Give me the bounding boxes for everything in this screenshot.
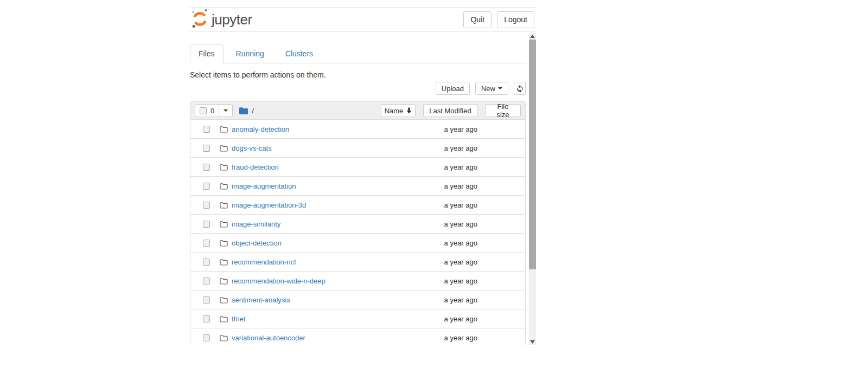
tab-clusters[interactable]: Clusters	[277, 44, 322, 63]
refresh-icon	[516, 85, 524, 93]
quit-button[interactable]: Quit	[463, 11, 492, 28]
folder-link[interactable]: object-detection	[232, 239, 282, 247]
last-modified-value: a year ago	[444, 239, 477, 247]
last-modified-value: a year ago	[444, 125, 477, 133]
breadcrumb: /	[239, 107, 254, 115]
folder-link[interactable]: dogs-vs-cats	[232, 144, 272, 152]
selected-count: 0	[210, 107, 214, 115]
table-row: fraud-detection a year ago	[190, 158, 525, 177]
row-checkbox[interactable]	[203, 277, 210, 285]
row-checkbox[interactable]	[203, 334, 210, 341]
row-checkbox[interactable]	[203, 240, 210, 247]
folder-link[interactable]: image-augmentation	[232, 182, 296, 190]
table-row: image-similarity a year ago	[190, 215, 525, 234]
jupyter-logo-icon	[191, 8, 209, 31]
instructions-text: Select items to perform actions on them.	[190, 70, 526, 80]
toolbar: Upload New	[190, 82, 526, 95]
row-checkbox[interactable]	[203, 126, 210, 133]
table-row: recommendation-wide-n-deep a year ago	[190, 272, 525, 290]
folder-outline-icon	[220, 334, 228, 341]
jupyter-file-browser: jupyter Quit Logout Files Running Cluste…	[190, 0, 536, 368]
folder-link[interactable]: anomaly-detection	[232, 125, 289, 133]
folder-icon	[239, 107, 248, 114]
row-checkbox[interactable]	[203, 145, 210, 152]
select-button-group: 0	[195, 104, 233, 117]
tab-files[interactable]: Files	[190, 44, 224, 63]
row-checkbox[interactable]	[203, 183, 210, 190]
arrow-down-icon	[406, 107, 412, 114]
folder-link[interactable]: tfnet	[232, 315, 245, 323]
last-modified-value: a year ago	[444, 144, 477, 152]
folder-outline-icon	[220, 221, 228, 228]
folder-link[interactable]: image-similarity	[232, 220, 280, 228]
table-row: tfnet a year ago	[190, 309, 525, 328]
scrollbar-thumb[interactable]	[529, 40, 536, 269]
table-row: object-detection a year ago	[190, 234, 525, 253]
file-list-header: 0 /	[190, 102, 525, 120]
app-header: jupyter Quit Logout	[190, 7, 536, 32]
last-modified-value: a year ago	[444, 258, 477, 266]
sort-file-size-button[interactable]: File size	[485, 104, 521, 117]
folder-outline-icon	[220, 315, 228, 322]
site-scroll-area: Files Running Clusters Select items to p…	[190, 33, 536, 345]
breadcrumb-root-link[interactable]: /	[252, 107, 254, 115]
folder-link[interactable]: fraud-detection	[232, 163, 279, 171]
folder-link[interactable]: sentiment-analysis	[232, 296, 290, 304]
last-modified-value: a year ago	[444, 296, 477, 304]
tab-running[interactable]: Running	[227, 44, 273, 63]
row-checkbox[interactable]	[203, 259, 210, 266]
row-checkbox[interactable]	[203, 315, 210, 322]
folder-link[interactable]: recommendation-wide-n-deep	[232, 277, 326, 285]
chevron-down-icon	[224, 109, 228, 112]
scrollbar-up-arrow-icon[interactable]	[529, 33, 536, 40]
folder-link[interactable]: image-augmentation-3d	[232, 201, 306, 209]
folder-outline-icon	[220, 240, 228, 247]
upload-button[interactable]: Upload	[436, 82, 470, 95]
folder-outline-icon	[220, 126, 228, 133]
sort-last-modified-button[interactable]: Last Modified	[423, 104, 477, 117]
table-row: sentiment-analysis a year ago	[190, 290, 525, 309]
sort-name-button[interactable]: Name	[381, 104, 416, 117]
table-row: anomaly-detection a year ago	[190, 120, 525, 139]
last-modified-value: a year ago	[444, 201, 477, 209]
file-rows: anomaly-detection a year ago dogs-vs-cat…	[190, 120, 525, 345]
table-row: dogs-vs-cats a year ago	[190, 139, 525, 158]
folder-outline-icon	[220, 296, 228, 304]
folder-link[interactable]: variational-autoencoder	[232, 334, 305, 342]
folder-link[interactable]: recommendation-ncf	[232, 258, 296, 266]
logo-text: jupyter	[212, 11, 252, 28]
vertical-scrollbar[interactable]	[529, 33, 536, 345]
select-all-checkbox[interactable]	[200, 107, 207, 114]
chevron-down-icon	[498, 87, 502, 89]
folder-outline-icon	[220, 183, 228, 190]
select-all-button[interactable]: 0	[195, 104, 219, 117]
table-row: image-augmentation a year ago	[190, 177, 525, 196]
new-dropdown-button[interactable]: New	[475, 82, 508, 95]
folder-outline-icon	[220, 145, 228, 152]
last-modified-value: a year ago	[444, 315, 477, 323]
file-list: 0 /	[190, 101, 526, 345]
jupyter-logo: jupyter	[191, 8, 252, 31]
folder-outline-icon	[220, 277, 228, 285]
last-modified-value: a year ago	[444, 182, 477, 190]
row-checkbox[interactable]	[203, 296, 210, 304]
row-checkbox[interactable]	[203, 221, 210, 228]
last-modified-value: a year ago	[444, 220, 477, 228]
new-dropdown-label: New	[481, 85, 495, 93]
header-buttons: Quit Logout	[463, 11, 534, 28]
table-row: image-augmentation-3d a year ago	[190, 196, 525, 215]
select-dropdown-button[interactable]	[219, 104, 233, 117]
tab-bar: Files Running Clusters	[190, 44, 526, 63]
refresh-button[interactable]	[514, 82, 526, 95]
row-checkbox[interactable]	[203, 202, 210, 209]
folder-outline-icon	[220, 164, 228, 171]
table-row: variational-autoencoder a year ago	[190, 328, 525, 345]
sort-name-label: Name	[385, 107, 404, 115]
folder-outline-icon	[220, 259, 228, 266]
last-modified-value: a year ago	[444, 277, 477, 285]
scrollbar-down-arrow-icon[interactable]	[529, 338, 536, 345]
folder-outline-icon	[220, 202, 228, 209]
table-row: recommendation-ncf a year ago	[190, 253, 525, 272]
logout-button[interactable]: Logout	[497, 11, 534, 28]
row-checkbox[interactable]	[203, 164, 210, 171]
